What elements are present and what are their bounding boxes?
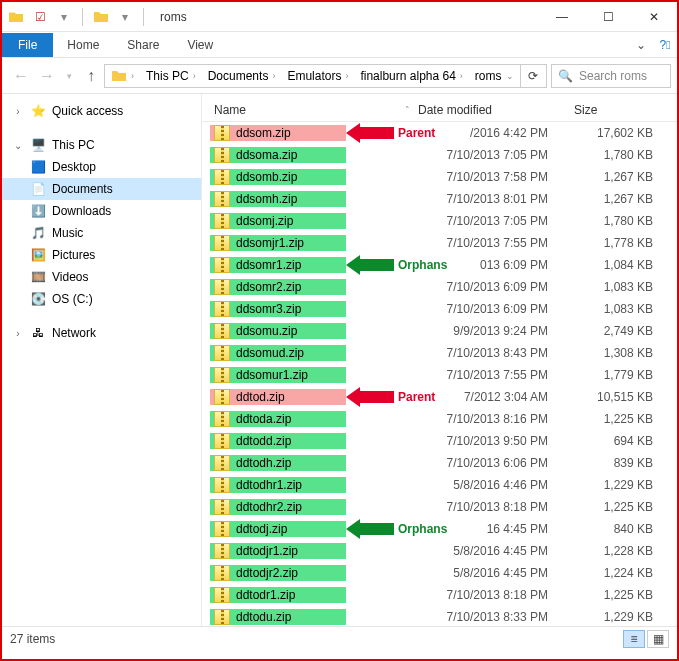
file-name-cell[interactable]: ddtodu.zip — [210, 609, 346, 625]
file-name-cell[interactable]: ddsomu.zip — [210, 323, 346, 339]
chevron-right-icon[interactable]: › — [12, 106, 24, 117]
nav-network[interactable]: › 🖧 Network — [2, 322, 201, 344]
file-name-cell[interactable]: ddtodh.zip — [210, 455, 346, 471]
file-name-cell[interactable]: ddtod.zip — [210, 389, 346, 405]
qat-dropdown-icon[interactable]: ▾ — [117, 9, 133, 25]
tab-view[interactable]: View — [173, 33, 227, 57]
chevron-right-icon[interactable]: › — [12, 328, 24, 339]
zip-icon — [214, 367, 230, 383]
chevron-right-icon[interactable]: › — [189, 71, 200, 81]
chevron-down-icon[interactable]: ⌄ — [12, 140, 24, 151]
chevron-right-icon[interactable]: › — [127, 71, 138, 81]
file-row[interactable]: ddtodj.zip16 4:45 PM840 KB — [202, 518, 677, 540]
ribbon-collapse-icon[interactable]: ⌄ — [629, 38, 653, 52]
nav-desktop[interactable]: 🟦Desktop — [2, 156, 201, 178]
file-row[interactable]: ddtod.zip7/2012 3:04 AM10,515 KB — [202, 386, 677, 408]
file-row[interactable]: ddtodhr2.zip7/10/2013 8:18 PM1,225 KB — [202, 496, 677, 518]
file-row[interactable]: ddtodd.zip7/10/2013 9:50 PM694 KB — [202, 430, 677, 452]
address-bar[interactable]: › This PC› Documents› Emulators› finalbu… — [104, 64, 547, 88]
nav-label: OS (C:) — [52, 292, 93, 306]
breadcrumb-this-pc[interactable]: This PC› — [140, 69, 202, 83]
column-name[interactable]: Name ˄ — [202, 103, 418, 117]
column-date[interactable]: Date modified — [418, 103, 566, 117]
nav-videos[interactable]: 🎞️Videos — [2, 266, 201, 288]
file-name-cell[interactable]: ddtoda.zip — [210, 411, 346, 427]
file-row[interactable]: ddsoma.zip7/10/2013 7:05 PM1,780 KB — [202, 144, 677, 166]
file-row[interactable]: ddsomr2.zip7/10/2013 6:09 PM1,083 KB — [202, 276, 677, 298]
nav-quick-access[interactable]: › ⭐ Quick access — [2, 100, 201, 122]
thumbnails-view-button[interactable]: ▦ — [647, 630, 669, 648]
file-row[interactable]: ddtodr1.zip7/10/2013 8:18 PM1,225 KB — [202, 584, 677, 606]
file-name-cell[interactable]: ddsomr2.zip — [210, 279, 346, 295]
breadcrumb-documents[interactable]: Documents› — [202, 69, 282, 83]
tab-share[interactable]: Share — [113, 33, 173, 57]
chevron-right-icon[interactable]: › — [341, 71, 352, 81]
file-name-cell[interactable]: ddsomb.zip — [210, 169, 346, 185]
window-title: roms — [152, 10, 187, 24]
refresh-button[interactable]: ⟳ — [520, 65, 546, 87]
file-row[interactable]: ddsomb.zip7/10/2013 7:58 PM1,267 KB — [202, 166, 677, 188]
nav-os-drive[interactable]: 💽OS (C:) — [2, 288, 201, 310]
chevron-down-icon[interactable]: ⌄ — [502, 71, 518, 81]
back-button[interactable]: ← — [8, 63, 34, 89]
breadcrumb-pc-icon[interactable]: › — [105, 68, 140, 84]
file-row[interactable]: ddsomr1.zip013 6:09 PM1,084 KB — [202, 254, 677, 276]
file-row[interactable]: ddtodjr1.zip5/8/2016 4:45 PM1,228 KB — [202, 540, 677, 562]
file-name-cell[interactable]: ddtodj.zip — [210, 521, 346, 537]
file-list[interactable]: ddsom.zip/2016 4:42 PM17,602 KBParentdds… — [202, 122, 677, 626]
file-row[interactable]: ddsomur1.zip7/10/2013 7:55 PM1,779 KB — [202, 364, 677, 386]
nav-music[interactable]: 🎵Music — [2, 222, 201, 244]
file-row[interactable]: ddtodh.zip7/10/2013 6:06 PM839 KB — [202, 452, 677, 474]
file-name-cell[interactable]: ddsomr1.zip — [210, 257, 346, 273]
breadcrumb-finalburn[interactable]: finalburn alpha 64› — [354, 69, 468, 83]
search-box[interactable]: 🔍 Search roms — [551, 64, 671, 88]
qat-dropdown-icon[interactable]: ▾ — [56, 9, 72, 25]
file-row[interactable]: ddsomud.zip7/10/2013 8:43 PM1,308 KB — [202, 342, 677, 364]
nav-documents[interactable]: 📄Documents — [2, 178, 201, 200]
help-icon[interactable]: ?⃝ — [653, 38, 677, 52]
file-name-cell[interactable]: ddsomr3.zip — [210, 301, 346, 317]
up-button[interactable]: ↑ — [78, 63, 104, 89]
history-dropdown-icon[interactable]: ▾ — [60, 63, 78, 89]
nav-pictures[interactable]: 🖼️Pictures — [2, 244, 201, 266]
forward-button[interactable]: → — [34, 63, 60, 89]
chevron-right-icon[interactable]: › — [268, 71, 279, 81]
column-size[interactable]: Size — [566, 103, 677, 117]
file-name-cell[interactable]: ddtodd.zip — [210, 433, 346, 449]
file-name-cell[interactable]: ddtodhr1.zip — [210, 477, 346, 493]
nav-downloads[interactable]: ⬇️Downloads — [2, 200, 201, 222]
file-row[interactable]: ddtodjr2.zip5/8/2016 4:45 PM1,224 KB — [202, 562, 677, 584]
file-row[interactable]: ddsomr3.zip7/10/2013 6:09 PM1,083 KB — [202, 298, 677, 320]
details-view-button[interactable]: ≡ — [623, 630, 645, 648]
file-name-cell[interactable]: ddtodjr2.zip — [210, 565, 346, 581]
file-row[interactable]: ddsom.zip/2016 4:42 PM17,602 KB — [202, 122, 677, 144]
chevron-right-icon[interactable]: › — [456, 71, 467, 81]
file-row[interactable]: ddsomj.zip7/10/2013 7:05 PM1,780 KB — [202, 210, 677, 232]
file-name-cell[interactable]: ddtodjr1.zip — [210, 543, 346, 559]
file-row[interactable]: ddsomh.zip7/10/2013 8:01 PM1,267 KB — [202, 188, 677, 210]
file-row[interactable]: ddsomjr1.zip7/10/2013 7:55 PM1,778 KB — [202, 232, 677, 254]
file-row[interactable]: ddtodu.zip7/10/2013 8:33 PM1,229 KB — [202, 606, 677, 626]
tab-home[interactable]: Home — [53, 33, 113, 57]
breadcrumb-roms[interactable]: roms⌄ — [469, 69, 520, 83]
file-name-cell[interactable]: ddsomur1.zip — [210, 367, 346, 383]
file-row[interactable]: ddtoda.zip7/10/2013 8:16 PM1,225 KB — [202, 408, 677, 430]
file-row[interactable]: ddsomu.zip9/9/2013 9:24 PM2,749 KB — [202, 320, 677, 342]
properties-icon[interactable]: ☑ — [32, 9, 48, 25]
file-name-cell[interactable]: ddsoma.zip — [210, 147, 346, 163]
file-size: 2,749 KB — [566, 324, 677, 338]
file-name-cell[interactable]: ddtodr1.zip — [210, 587, 346, 603]
file-name-cell[interactable]: ddsomud.zip — [210, 345, 346, 361]
breadcrumb-emulators[interactable]: Emulators› — [281, 69, 354, 83]
minimize-button[interactable]: — — [539, 2, 585, 32]
file-name-cell[interactable]: ddsomj.zip — [210, 213, 346, 229]
file-row[interactable]: ddtodhr1.zip5/8/2016 4:46 PM1,229 KB — [202, 474, 677, 496]
close-button[interactable]: ✕ — [631, 2, 677, 32]
file-name-cell[interactable]: ddsom.zip — [210, 125, 346, 141]
maximize-button[interactable]: ☐ — [585, 2, 631, 32]
file-name-cell[interactable]: ddsomjr1.zip — [210, 235, 346, 251]
tab-file[interactable]: File — [2, 33, 53, 57]
file-name-cell[interactable]: ddtodhr2.zip — [210, 499, 346, 515]
file-name-cell[interactable]: ddsomh.zip — [210, 191, 346, 207]
nav-this-pc[interactable]: ⌄ 🖥️ This PC — [2, 134, 201, 156]
